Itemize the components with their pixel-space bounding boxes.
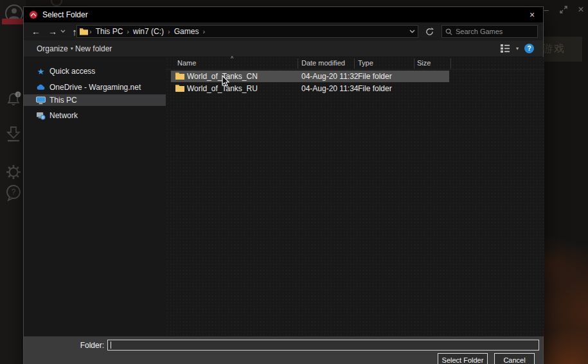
navigation-pane: ★ Quick access OneDrive - Wargaming.net … [24,57,166,336]
organize-caret-icon: ▾ [71,46,73,51]
network-icon [36,111,46,120]
game-center-sidebar: i ? [0,0,26,364]
wargaming-logo-icon [29,10,38,19]
breadcrumb-drive-c[interactable]: win7 (C:) [133,27,164,36]
sort-ascending-icon: ^ [231,55,233,62]
file-list-header: ^ Name Date modified Type Size [166,57,544,70]
select-folder-button[interactable]: Select Folder [438,353,488,364]
text-caret [111,342,111,349]
dialog-titlebar: Select Folder × [24,7,543,22]
folder-icon [175,84,184,92]
breadcrumb-separator: › [89,28,92,35]
this-pc-monitor-icon [36,96,46,105]
screen: i ? – × 游戏 Select Folder × ← → [0,0,588,364]
svg-text:?: ? [12,187,16,196]
onedrive-cloud-icon [36,83,46,92]
column-header-date-modified[interactable]: Date modified [301,59,345,67]
breadcrumb-separator: › [168,28,170,35]
search-icon [445,28,452,35]
sidebar-item-this-pc[interactable]: This PC [24,94,166,106]
column-header-type[interactable]: Type [358,59,373,67]
dialog-title: Select Folder [42,10,88,19]
organize-menu-button[interactable]: Organize ▾ [37,44,73,53]
download-icon[interactable] [4,124,22,142]
column-header-size[interactable]: Size [417,59,431,67]
dialog-content: ★ Quick access OneDrive - Wargaming.net … [24,57,543,336]
breadcrumb-this-pc[interactable]: This PC [96,27,123,36]
app-close-button[interactable]: × [576,5,585,14]
dialog-close-button[interactable]: × [526,10,538,20]
help-button[interactable]: ? [524,44,534,53]
folder-icon [175,72,184,80]
notifications-bell-icon[interactable]: i [4,91,22,108]
forward-button[interactable]: → [47,26,58,37]
column-separator [414,58,414,69]
search-box[interactable] [441,25,538,38]
column-separator [298,58,298,69]
settings-gear-icon[interactable] [4,163,22,181]
help-bubble-icon[interactable]: ? [4,184,22,202]
select-folder-dialog: Select Folder × ← → ↑ › This PC › win7 (… [23,6,544,364]
breadcrumb-separator: › [202,28,205,35]
breadcrumb-separator: › [127,28,129,35]
folder-name-input[interactable] [107,340,539,351]
file-row-world-of-tanks-ru[interactable]: World_of_Tanks_RU 04-Aug-20 11:34 File f… [171,83,449,94]
app-window-controls: – × [542,5,585,14]
navigation-bar: ← → ↑ › This PC › win7 (C:) › Games › [24,22,543,40]
account-status-badge [2,19,23,24]
details-view-icon[interactable] [501,44,510,53]
view-options-caret-icon[interactable]: ▾ [516,46,519,51]
dialog-footer: Folder: Select Folder Cancel [24,336,543,364]
address-folder-icon [80,28,88,35]
address-dropdown-chevron-icon[interactable] [409,30,415,33]
sidebar-item-network[interactable]: Network [24,110,166,121]
new-folder-button[interactable]: New folder [75,44,112,53]
column-separator [450,58,451,69]
sidebar-item-onedrive[interactable]: OneDrive - Wargaming.net [24,82,166,93]
folder-field-label: Folder: [24,341,104,350]
file-row-world-of-tanks-cn[interactable]: World_of_Tanks_CN 04-Aug-20 11:32 File f… [171,71,449,82]
recent-locations-chevron-icon[interactable] [60,30,66,33]
search-input[interactable] [456,28,526,35]
file-list: ^ Name Date modified Type Size World_of_… [166,57,544,336]
breadcrumb-games[interactable]: Games [174,27,199,36]
command-toolbar: Organize ▾ New folder ▾ ? [24,40,543,57]
quick-access-star-icon: ★ [36,67,46,76]
address-bar[interactable]: › This PC › win7 (C:) › Games › [76,25,418,38]
column-header-name[interactable]: Name [177,59,196,67]
app-maximize-icon[interactable] [559,5,568,14]
cancel-button[interactable]: Cancel [494,353,535,364]
refresh-button[interactable] [422,26,436,37]
play-game-button-partial[interactable]: 游戏 [540,37,582,62]
back-button[interactable]: ← [30,26,42,37]
sidebar-item-quick-access[interactable]: ★ Quick access [24,65,166,77]
column-separator [354,58,355,69]
